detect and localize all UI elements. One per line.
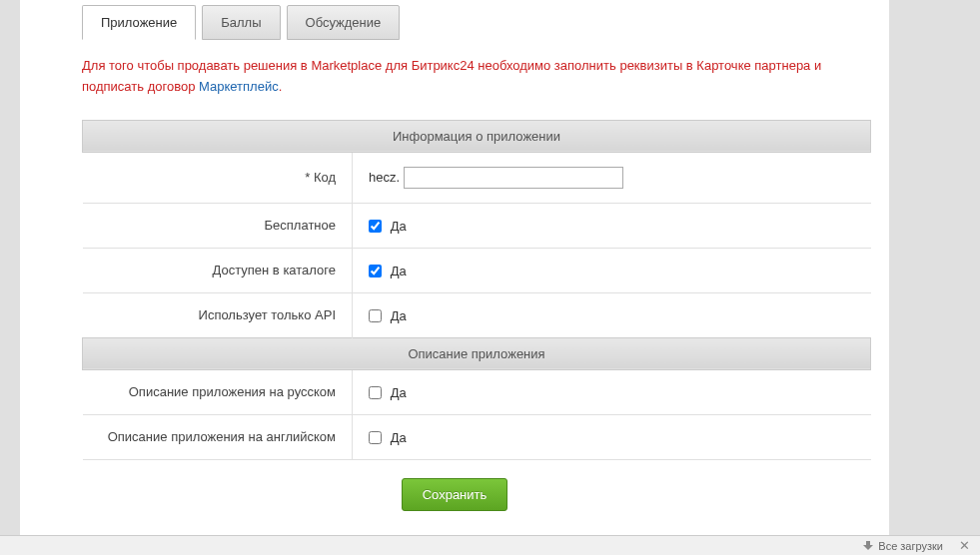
checkbox-desc-en[interactable]: [369, 431, 382, 444]
all-downloads-link[interactable]: Все загрузки: [878, 540, 943, 552]
button-row: Сохранить: [20, 460, 889, 511]
checkbox-api-label: Да: [391, 308, 407, 323]
checkbox-api[interactable]: [369, 309, 382, 322]
code-prefix: hecz.: [369, 170, 400, 185]
close-icon[interactable]: ✕: [959, 538, 970, 553]
tab-points[interactable]: Баллы: [202, 5, 280, 40]
checkbox-free-label: Да: [391, 219, 407, 234]
marketplace-link[interactable]: Маркетплейс: [199, 79, 279, 94]
label-desc-en: Описание приложения на английском: [83, 414, 353, 459]
download-icon: [863, 541, 873, 551]
checkbox-desc-en-label: Да: [391, 430, 407, 445]
checkbox-desc-ru[interactable]: [369, 386, 382, 399]
checkbox-desc-ru-label: Да: [391, 385, 407, 400]
checkbox-catalog-label: Да: [391, 264, 407, 278]
browser-download-bar: Все загрузки ✕: [0, 535, 980, 555]
form-panel: Приложение Баллы Обсуждение Для того что…: [20, 0, 889, 539]
label-free: Бесплатное: [83, 203, 353, 248]
label-api: Использует только API: [83, 292, 353, 337]
checkbox-catalog[interactable]: [369, 265, 382, 278]
label-catalog: Доступен в каталоге: [83, 248, 353, 292]
checkbox-free[interactable]: [369, 220, 382, 233]
tab-discussion[interactable]: Обсуждение: [287, 5, 401, 40]
label-desc-ru: Описание приложения на русском: [83, 369, 353, 414]
tabs-row: Приложение Баллы Обсуждение: [20, 0, 889, 40]
form-table: Информация о приложении * Код hecz. Бесп…: [82, 120, 871, 460]
section-app-info: Информация о приложении: [83, 120, 871, 152]
save-button[interactable]: Сохранить: [402, 478, 508, 511]
code-input[interactable]: [404, 167, 623, 189]
label-code: * Код: [83, 152, 353, 203]
notice-before: Для того чтобы продавать решения в Marke…: [82, 58, 821, 94]
notice-after: .: [279, 79, 283, 94]
section-app-desc: Описание приложения: [83, 337, 871, 369]
tab-application[interactable]: Приложение: [82, 5, 196, 40]
notice-text: Для того чтобы продавать решения в Marke…: [20, 40, 889, 106]
